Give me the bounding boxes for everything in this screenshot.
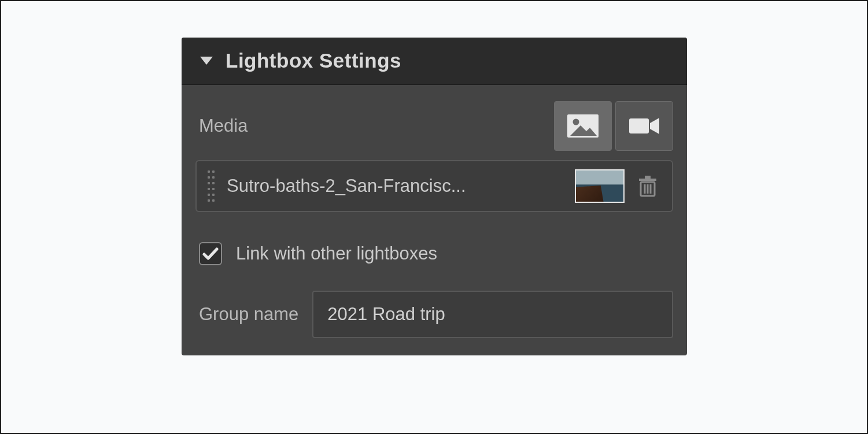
link-lightboxes-label: Link with other lightboxes (236, 243, 437, 264)
panel-body: Media (182, 85, 687, 355)
disclosure-triangle-icon (200, 57, 213, 65)
drag-handle-icon[interactable] (201, 170, 216, 202)
group-name-row: Group name 2021 Road trip (195, 265, 673, 338)
svg-point-1 (573, 119, 579, 125)
delete-media-button[interactable] (635, 173, 660, 199)
svg-marker-4 (650, 118, 659, 134)
add-image-button[interactable] (554, 101, 612, 151)
media-header-row: Media (195, 101, 673, 157)
canvas: Lightbox Settings Media (0, 0, 868, 434)
svg-rect-6 (645, 176, 651, 179)
media-label: Media (199, 116, 248, 136)
lightbox-settings-panel: Lightbox Settings Media (182, 38, 687, 355)
media-list-item[interactable]: Sutro-baths-2_San-Francisc... (195, 160, 673, 212)
group-name-input[interactable]: 2021 Road trip (312, 291, 673, 338)
checkmark-icon (202, 247, 219, 261)
trash-icon (638, 175, 658, 197)
media-type-buttons (554, 101, 673, 151)
svg-rect-5 (639, 179, 656, 181)
group-name-value: 2021 Road trip (327, 304, 445, 325)
link-lightboxes-checkbox[interactable] (199, 242, 222, 265)
group-name-label: Group name (199, 304, 298, 325)
image-icon (567, 114, 599, 138)
add-video-button[interactable] (615, 101, 673, 151)
panel-header[interactable]: Lightbox Settings (182, 38, 687, 85)
media-thumbnail (575, 169, 625, 203)
video-camera-icon (628, 115, 660, 137)
media-file-name: Sutro-baths-2_San-Francisc... (227, 176, 564, 196)
svg-rect-3 (629, 118, 649, 133)
panel-title: Lightbox Settings (226, 49, 401, 72)
link-lightboxes-row: Link with other lightboxes (195, 212, 673, 265)
